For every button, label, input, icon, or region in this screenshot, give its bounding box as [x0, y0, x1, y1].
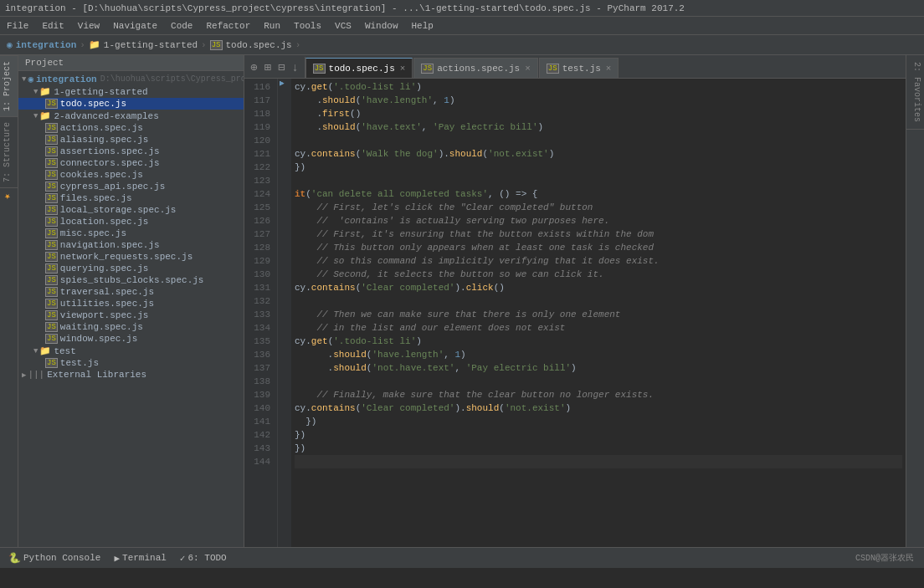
- file-icon: JS: [45, 182, 58, 192]
- tree-item-test-js[interactable]: JStest.js: [18, 357, 244, 369]
- tree-item-integration[interactable]: ▼◉integration D:\huohua\scripts\Cypress_…: [18, 73, 244, 85]
- tree-item-location-spec-js[interactable]: JSlocation.spec.js: [18, 216, 244, 228]
- path-label: D:\huohua\scripts\Cypress_project\cypres…: [100, 74, 244, 84]
- tree-item-External Libraries[interactable]: ▶|||External Libraries: [18, 369, 244, 381]
- menu-view[interactable]: View: [71, 19, 106, 33]
- bottom-right: CSDN@器张农民: [855, 552, 921, 564]
- line-number: 118: [244, 107, 270, 120]
- breadcrumb-sep1: ›: [80, 40, 85, 50]
- new-tab-btn[interactable]: ⊕: [248, 59, 259, 76]
- tab-test-js[interactable]: JStest.js×: [539, 58, 619, 78]
- terminal-tab[interactable]: ▶ Terminal: [109, 551, 171, 565]
- tree-label: misc.spec.js: [60, 228, 126, 238]
- tree-item-local_storage-spec-js[interactable]: JSlocal_storage.spec.js: [18, 204, 244, 216]
- tree-item-utilities-spec-js[interactable]: JSutilities.spec.js: [18, 298, 244, 309]
- code-line: .first(): [295, 107, 902, 120]
- tab-project[interactable]: 1: Project: [0, 55, 18, 116]
- code-line: }): [295, 428, 902, 442]
- vertical-left-tabs: 1: Project 7: Structure ★: [0, 55, 18, 547]
- project-tree[interactable]: ▼◉integration D:\huohua\scripts\Cypress_…: [18, 71, 244, 547]
- menu-file[interactable]: File: [0, 19, 35, 33]
- code-line: // so this command is implicitly verifyi…: [295, 254, 902, 268]
- code-content[interactable]: cy.get('.todo-list li') .should('have.le…: [291, 79, 906, 547]
- file-icon: JS: [45, 240, 58, 250]
- split-horizontal-btn[interactable]: ⊟: [275, 59, 287, 76]
- tab-file-icon: JS: [313, 64, 326, 74]
- tab-favorites[interactable]: 2: Favorites: [906, 55, 924, 130]
- tree-label: cookies.spec.js: [60, 170, 143, 180]
- code-line: // 'contains' is actually serving two pu…: [295, 214, 902, 228]
- code-line: // First, it's ensuring that the button …: [295, 228, 902, 241]
- gutter-arrow-icon[interactable]: ▶: [280, 79, 284, 88]
- tree-item-test[interactable]: ▼📁test: [18, 345, 244, 357]
- code-line: [295, 174, 902, 187]
- menu-help[interactable]: Help: [405, 19, 440, 33]
- tab-close-btn[interactable]: ×: [400, 64, 406, 74]
- tab-todo-spec-js[interactable]: JStodo.spec.js×: [305, 58, 413, 78]
- code-line: // First, let's click the "Clear complet…: [295, 201, 902, 214]
- tree-item-waiting-spec-js[interactable]: JSwaiting.spec.js: [18, 321, 244, 333]
- ext-libs-icon: |||: [28, 370, 44, 380]
- tree-item-todo-spec-js[interactable]: JStodo.spec.js: [18, 98, 244, 110]
- menu-refactor[interactable]: Refactor: [199, 19, 257, 33]
- breadcrumb-file[interactable]: todo.spec.js: [226, 40, 292, 50]
- code-line: [295, 455, 902, 468]
- tree-item-querying-spec-js[interactable]: JSquerying.spec.js: [18, 263, 244, 274]
- tree-label: 2-advanced-examples: [54, 111, 158, 121]
- split-vertical-btn[interactable]: ⊞: [261, 59, 273, 76]
- tree-item-1-getting-started[interactable]: ▼📁1-getting-started: [18, 85, 244, 98]
- code-line: .should('have.text', 'Pay electric bill'…: [295, 120, 902, 134]
- tree-item-network_requests-spec-js[interactable]: JSnetwork_requests.spec.js: [18, 251, 244, 263]
- tree-item-spies_stubs_clocks-spec-js[interactable]: JSspies_stubs_clocks.spec.js: [18, 274, 244, 286]
- line-number: 142: [244, 428, 270, 442]
- tree-label: querying.spec.js: [60, 263, 149, 274]
- menu-edit[interactable]: Edit: [35, 19, 70, 33]
- breadcrumb-integration[interactable]: integration: [16, 40, 77, 50]
- tab-bar: ⊕ ⊞ ⊟ ↓ JStodo.spec.js×JSactions.spec.js…: [244, 55, 906, 79]
- tree-item-traversal-spec-js[interactable]: JStraversal.spec.js: [18, 286, 244, 298]
- tree-item-cypress_api-spec-js[interactable]: JScypress_api.spec.js: [18, 181, 244, 192]
- tab-actions-spec-js[interactable]: JSactions.spec.js×: [413, 58, 537, 78]
- project-header: Project: [18, 55, 244, 71]
- line-number: 132: [244, 294, 270, 308]
- python-console-tab[interactable]: 🐍 Python Console: [3, 550, 105, 566]
- tab-toolbar: ⊕ ⊞ ⊟ ↓: [244, 57, 305, 78]
- tree-item-connectors-spec-js[interactable]: JSconnectors.spec.js: [18, 157, 244, 169]
- breadcrumb-folder-icon: 📁: [89, 39, 100, 50]
- tree-item-misc-spec-js[interactable]: JSmisc.spec.js: [18, 228, 244, 239]
- menu-vcs[interactable]: VCS: [328, 19, 358, 33]
- file-icon: JS: [45, 358, 58, 368]
- tree-label: local_storage.spec.js: [60, 205, 177, 215]
- line-number: 141: [244, 415, 270, 428]
- tree-item-files-spec-js[interactable]: JSfiles.spec.js: [18, 192, 244, 204]
- menu-window[interactable]: Window: [358, 19, 405, 33]
- line-number: 135: [244, 335, 270, 348]
- menu-tools[interactable]: Tools: [287, 19, 328, 33]
- tree-item-cookies-spec-js[interactable]: JScookies.spec.js: [18, 169, 244, 181]
- tab-star[interactable]: ★: [0, 187, 18, 207]
- line-number: 123: [244, 174, 270, 187]
- tab-close-btn[interactable]: ×: [606, 64, 612, 74]
- tree-item-aliasing-spec-js[interactable]: JSaliasing.spec.js: [18, 134, 244, 146]
- tab-close-btn[interactable]: ×: [525, 64, 531, 74]
- breadcrumb-getting-started[interactable]: 1-getting-started: [104, 40, 198, 50]
- todo-tab[interactable]: ✓ 6: TODO: [175, 551, 232, 565]
- menu-navigate[interactable]: Navigate: [106, 19, 164, 33]
- tree-item-2-advanced-examples[interactable]: ▼📁2-advanced-examples: [18, 110, 244, 122]
- tree-item-navigation-spec-js[interactable]: JSnavigation.spec.js: [18, 239, 244, 251]
- title-text: integration - [D:\huohua\scripts\Cypress…: [5, 3, 685, 13]
- tab-label: actions.spec.js: [437, 64, 520, 74]
- breadcrumb-sep2: ›: [201, 40, 207, 50]
- tree-label: connectors.spec.js: [60, 158, 160, 168]
- file-icon: JS: [45, 228, 58, 238]
- tree-item-window-spec-js[interactable]: JSwindow.spec.js: [18, 333, 244, 345]
- close-others-btn[interactable]: ↓: [289, 59, 300, 76]
- tree-item-actions-spec-js[interactable]: JSactions.spec.js: [18, 122, 244, 134]
- line-number: 121: [244, 147, 270, 161]
- tree-item-assertions-spec-js[interactable]: JSassertions.spec.js: [18, 146, 244, 157]
- chevron-icon: ▼: [22, 75, 26, 84]
- menu-run[interactable]: Run: [257, 19, 287, 33]
- menu-code[interactable]: Code: [164, 19, 199, 33]
- tab-structure[interactable]: 7: Structure: [0, 116, 18, 187]
- tree-item-viewport-spec-js[interactable]: JSviewport.spec.js: [18, 309, 244, 321]
